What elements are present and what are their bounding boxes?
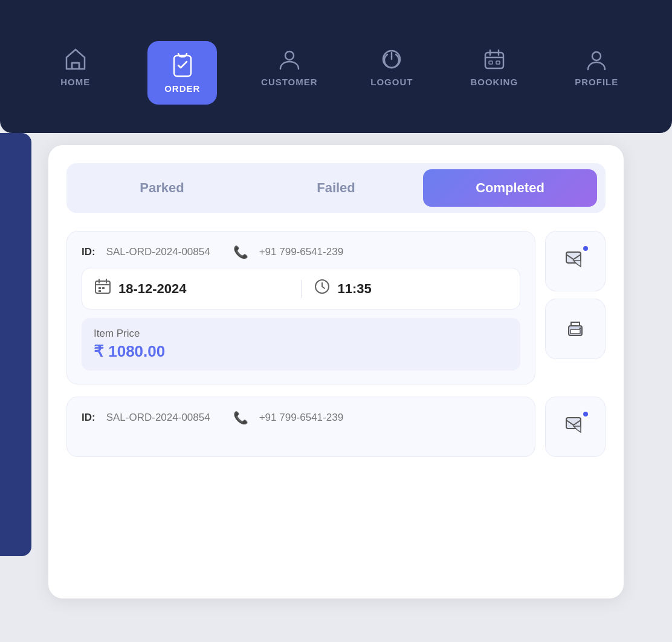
tab-failed[interactable]: Failed xyxy=(249,169,423,207)
price-value-1: ₹ 1080.00 xyxy=(94,342,508,361)
nav-customer[interactable]: CUSTOMER xyxy=(259,47,320,87)
message-button-2[interactable] xyxy=(545,397,606,457)
notification-dot-2 xyxy=(582,410,589,418)
nav-home[interactable]: HOME xyxy=(45,47,106,87)
date-part: 18-12-2024 xyxy=(94,278,289,299)
nav-profile-label: PROFILE xyxy=(575,77,618,87)
tab-parked[interactable]: Parked xyxy=(75,169,249,207)
order-id-value-2: SAL-ORD-2024-00854 xyxy=(106,412,210,424)
svg-point-2 xyxy=(285,51,294,60)
order-id-value-1: SAL-ORD-2024-00854 xyxy=(106,246,210,258)
order-phone-1: +91 799-6541-239 xyxy=(259,246,343,258)
order-card-2: ID: SAL-ORD-2024-00854 📞 +91 799-6541-23… xyxy=(66,397,535,457)
home-icon xyxy=(63,47,88,72)
order-id-label: ID: xyxy=(82,246,95,258)
customer-icon xyxy=(277,47,302,72)
order-card-1: ID: SAL-ORD-2024-00854 📞 +91 799-6541-23… xyxy=(66,231,535,384)
message-icon-wrap xyxy=(564,247,587,275)
main-content: Parked Failed Completed ID: SAL-ORD-2024… xyxy=(48,145,624,598)
nav-order[interactable]: ORDER xyxy=(147,41,217,105)
order-actions-2 xyxy=(545,397,606,457)
nav-logout-label: LOGOUT xyxy=(370,77,413,87)
svg-rect-4 xyxy=(485,53,503,68)
svg-rect-6 xyxy=(496,61,500,64)
clock-icon xyxy=(314,278,331,299)
tabs-container: Parked Failed Completed xyxy=(66,163,606,213)
datetime-divider xyxy=(301,280,302,298)
order-time-1: 11:35 xyxy=(338,281,372,297)
svg-rect-10 xyxy=(102,287,105,289)
tab-completed[interactable]: Completed xyxy=(423,169,597,207)
navbar: HOME ORDER CUSTOMER xyxy=(0,0,672,133)
order-datetime-1: 18-12-2024 11:35 xyxy=(82,268,520,310)
nav-profile[interactable]: PROFILE xyxy=(566,47,627,87)
order-date-1: 18-12-2024 xyxy=(118,281,187,297)
nav-booking[interactable]: BOOKING xyxy=(464,47,525,87)
sidebar-accent xyxy=(0,133,31,556)
price-label-1: Item Price xyxy=(94,328,508,340)
nav-logout[interactable]: LOGOUT xyxy=(361,47,422,87)
nav-home-label: HOME xyxy=(60,77,90,87)
booking-icon xyxy=(482,47,507,72)
logout-icon xyxy=(379,47,404,72)
phone-icon-2: 📞 xyxy=(233,410,248,425)
profile-icon xyxy=(584,47,609,72)
app-container: HOME ORDER CUSTOMER xyxy=(0,0,672,642)
table-row: ID: SAL-ORD-2024-00854 📞 +91 799-6541-23… xyxy=(66,231,606,384)
svg-point-7 xyxy=(592,52,601,60)
svg-rect-9 xyxy=(99,287,101,289)
svg-rect-0 xyxy=(72,63,79,69)
message-button-1[interactable] xyxy=(545,231,606,291)
message-icon-wrap-2 xyxy=(564,413,587,441)
svg-point-16 xyxy=(580,328,581,329)
calendar-icon xyxy=(94,278,111,299)
order-price-box-1: Item Price ₹ 1080.00 xyxy=(82,318,520,371)
order-header-2: ID: SAL-ORD-2024-00854 📞 +91 799-6541-23… xyxy=(82,410,520,425)
nav-order-label: ORDER xyxy=(164,83,200,94)
nav-customer-label: CUSTOMER xyxy=(261,77,318,87)
svg-rect-15 xyxy=(570,329,580,334)
svg-rect-5 xyxy=(489,61,493,64)
svg-rect-11 xyxy=(99,290,101,292)
print-button-1[interactable] xyxy=(545,299,606,359)
order-actions-1 xyxy=(545,231,606,384)
order-phone-2: +91 799-6541-239 xyxy=(259,412,343,424)
nav-booking-label: BOOKING xyxy=(470,77,518,87)
notification-dot xyxy=(582,245,589,252)
order-id-label-2: ID: xyxy=(82,412,95,424)
order-icon xyxy=(169,52,196,79)
time-part: 11:35 xyxy=(314,278,508,299)
orders-list: ID: SAL-ORD-2024-00854 📞 +91 799-6541-23… xyxy=(66,231,606,457)
phone-icon: 📞 xyxy=(233,245,248,259)
order-header-1: ID: SAL-ORD-2024-00854 📞 +91 799-6541-23… xyxy=(82,245,520,259)
table-row: ID: SAL-ORD-2024-00854 📞 +91 799-6541-23… xyxy=(66,397,606,457)
